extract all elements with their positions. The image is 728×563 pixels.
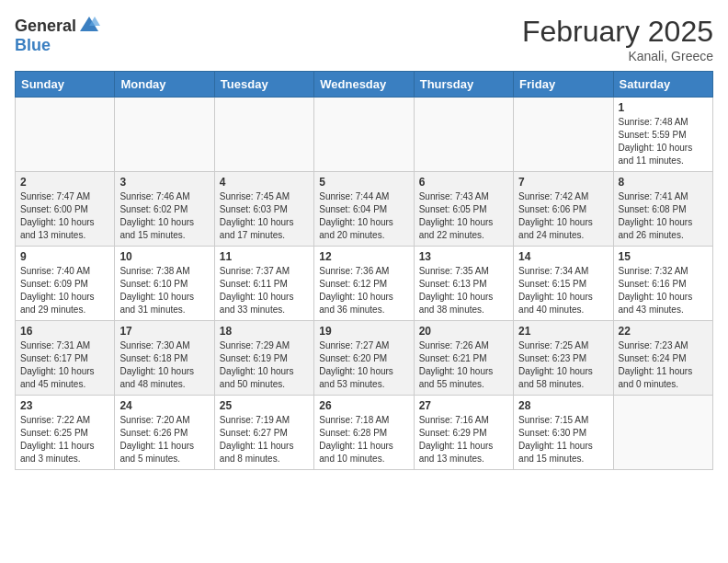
calendar-day-cell: 22Sunrise: 7:23 AM Sunset: 6:24 PM Dayli…: [613, 321, 712, 396]
day-info: Sunrise: 7:46 AM Sunset: 6:02 PM Dayligh…: [119, 190, 209, 242]
logo-blue: Blue: [15, 36, 51, 54]
day-info: Sunrise: 7:20 AM Sunset: 6:26 PM Dayligh…: [119, 414, 209, 465]
calendar-day-cell: 20Sunrise: 7:26 AM Sunset: 6:21 PM Dayli…: [414, 321, 513, 396]
day-number: 8: [619, 176, 708, 189]
calendar-day-cell: 6Sunrise: 7:43 AM Sunset: 6:05 PM Daylig…: [414, 172, 513, 247]
calendar-day-cell: 3Sunrise: 7:46 AM Sunset: 6:02 PM Daylig…: [115, 172, 214, 247]
calendar-week-row: 2Sunrise: 7:47 AM Sunset: 6:00 PM Daylig…: [16, 172, 713, 247]
calendar-day-cell: [115, 98, 214, 172]
day-info: Sunrise: 7:27 AM Sunset: 6:20 PM Dayligh…: [319, 339, 408, 391]
day-number: 15: [619, 250, 708, 263]
day-number: 18: [220, 325, 309, 338]
calendar-week-row: 16Sunrise: 7:31 AM Sunset: 6:17 PM Dayli…: [16, 321, 713, 396]
day-number: 11: [220, 250, 309, 263]
day-number: 19: [319, 325, 408, 338]
day-number: 22: [619, 325, 708, 338]
day-number: 17: [119, 325, 209, 338]
calendar-day-cell: 23Sunrise: 7:22 AM Sunset: 6:25 PM Dayli…: [16, 396, 115, 470]
day-number: 27: [419, 399, 508, 412]
day-info: Sunrise: 7:32 AM Sunset: 6:16 PM Dayligh…: [619, 265, 708, 316]
day-info: Sunrise: 7:23 AM Sunset: 6:24 PM Dayligh…: [619, 339, 708, 391]
day-info: Sunrise: 7:42 AM Sunset: 6:06 PM Dayligh…: [518, 190, 608, 242]
calendar-day-cell: 26Sunrise: 7:18 AM Sunset: 6:28 PM Dayli…: [314, 396, 414, 470]
day-number: 5: [319, 176, 408, 189]
day-info: Sunrise: 7:40 AM Sunset: 6:09 PM Dayligh…: [20, 265, 109, 316]
day-info: Sunrise: 7:45 AM Sunset: 6:03 PM Dayligh…: [220, 190, 309, 242]
day-number: 24: [119, 399, 209, 412]
calendar-day-cell: 7Sunrise: 7:42 AM Sunset: 6:06 PM Daylig…: [514, 172, 613, 247]
calendar-day-cell: [414, 98, 513, 172]
day-number: 21: [518, 325, 608, 338]
calendar-day-cell: 28Sunrise: 7:15 AM Sunset: 6:30 PM Dayli…: [514, 396, 613, 470]
calendar-day-cell: 21Sunrise: 7:25 AM Sunset: 6:23 PM Dayli…: [514, 321, 613, 396]
calendar-day-cell: [613, 396, 712, 470]
day-info: Sunrise: 7:26 AM Sunset: 6:21 PM Dayligh…: [419, 339, 508, 391]
day-info: Sunrise: 7:37 AM Sunset: 6:11 PM Dayligh…: [220, 265, 309, 316]
day-number: 2: [20, 176, 109, 189]
calendar-day-cell: 14Sunrise: 7:34 AM Sunset: 6:15 PM Dayli…: [514, 247, 613, 321]
calendar-week-row: 9Sunrise: 7:40 AM Sunset: 6:09 PM Daylig…: [16, 247, 713, 321]
day-header-sunday: Sunday: [16, 72, 115, 98]
calendar-day-cell: 25Sunrise: 7:19 AM Sunset: 6:27 PM Dayli…: [214, 396, 313, 470]
page-header: General Blue February 2025 Kanali, Greec…: [15, 15, 713, 63]
day-number: 10: [119, 250, 209, 263]
calendar-day-cell: 15Sunrise: 7:32 AM Sunset: 6:16 PM Dayli…: [613, 247, 712, 321]
day-info: Sunrise: 7:30 AM Sunset: 6:18 PM Dayligh…: [119, 339, 209, 391]
day-info: Sunrise: 7:44 AM Sunset: 6:04 PM Dayligh…: [319, 190, 408, 242]
day-number: 25: [220, 399, 309, 412]
calendar-day-cell: 13Sunrise: 7:35 AM Sunset: 6:13 PM Dayli…: [414, 247, 513, 321]
calendar-day-cell: 2Sunrise: 7:47 AM Sunset: 6:00 PM Daylig…: [16, 172, 115, 247]
calendar-day-cell: [16, 98, 115, 172]
calendar-day-cell: 18Sunrise: 7:29 AM Sunset: 6:19 PM Dayli…: [214, 321, 313, 396]
day-number: 4: [220, 176, 309, 189]
day-header-saturday: Saturday: [613, 72, 712, 98]
location-title: Kanali, Greece: [522, 49, 713, 63]
day-info: Sunrise: 7:36 AM Sunset: 6:12 PM Dayligh…: [319, 265, 408, 316]
calendar-day-cell: 10Sunrise: 7:38 AM Sunset: 6:10 PM Dayli…: [115, 247, 214, 321]
day-info: Sunrise: 7:18 AM Sunset: 6:28 PM Dayligh…: [319, 414, 408, 465]
calendar-day-cell: 5Sunrise: 7:44 AM Sunset: 6:04 PM Daylig…: [314, 172, 414, 247]
day-info: Sunrise: 7:19 AM Sunset: 6:27 PM Dayligh…: [220, 414, 309, 465]
day-number: 12: [319, 250, 408, 263]
logo: General Blue: [15, 15, 100, 54]
day-number: 23: [20, 399, 109, 412]
day-info: Sunrise: 7:48 AM Sunset: 5:59 PM Dayligh…: [619, 116, 708, 167]
calendar-day-cell: [214, 98, 313, 172]
day-info: Sunrise: 7:47 AM Sunset: 6:00 PM Dayligh…: [20, 190, 109, 242]
calendar-day-cell: 1Sunrise: 7:48 AM Sunset: 5:59 PM Daylig…: [613, 98, 712, 172]
day-header-thursday: Thursday: [414, 72, 513, 98]
day-info: Sunrise: 7:15 AM Sunset: 6:30 PM Dayligh…: [518, 414, 608, 465]
day-info: Sunrise: 7:25 AM Sunset: 6:23 PM Dayligh…: [518, 339, 608, 391]
day-number: 14: [518, 250, 608, 263]
day-info: Sunrise: 7:31 AM Sunset: 6:17 PM Dayligh…: [20, 339, 109, 391]
calendar-day-cell: 16Sunrise: 7:31 AM Sunset: 6:17 PM Dayli…: [16, 321, 115, 396]
calendar-day-cell: 8Sunrise: 7:41 AM Sunset: 6:08 PM Daylig…: [613, 172, 712, 247]
day-number: 16: [20, 325, 109, 338]
day-number: 1: [619, 101, 708, 114]
month-title: February 2025: [522, 15, 713, 49]
calendar-day-cell: 9Sunrise: 7:40 AM Sunset: 6:09 PM Daylig…: [16, 247, 115, 321]
calendar-day-cell: 19Sunrise: 7:27 AM Sunset: 6:20 PM Dayli…: [314, 321, 414, 396]
day-number: 7: [518, 176, 608, 189]
day-header-wednesday: Wednesday: [314, 72, 414, 98]
day-number: 28: [518, 399, 608, 412]
day-number: 20: [419, 325, 508, 338]
calendar-day-cell: 4Sunrise: 7:45 AM Sunset: 6:03 PM Daylig…: [214, 172, 313, 247]
day-info: Sunrise: 7:41 AM Sunset: 6:08 PM Dayligh…: [619, 190, 708, 242]
day-info: Sunrise: 7:22 AM Sunset: 6:25 PM Dayligh…: [20, 414, 109, 465]
day-header-friday: Friday: [514, 72, 613, 98]
calendar-day-cell: 11Sunrise: 7:37 AM Sunset: 6:11 PM Dayli…: [214, 247, 313, 321]
day-number: 9: [20, 250, 109, 263]
calendar-day-cell: 12Sunrise: 7:36 AM Sunset: 6:12 PM Dayli…: [314, 247, 414, 321]
logo-general: General: [15, 17, 76, 34]
day-number: 26: [319, 399, 408, 412]
day-info: Sunrise: 7:16 AM Sunset: 6:29 PM Dayligh…: [419, 414, 508, 465]
calendar-day-cell: 27Sunrise: 7:16 AM Sunset: 6:29 PM Dayli…: [414, 396, 513, 470]
calendar-day-cell: 24Sunrise: 7:20 AM Sunset: 6:26 PM Dayli…: [115, 396, 214, 470]
calendar-day-cell: [514, 98, 613, 172]
day-info: Sunrise: 7:29 AM Sunset: 6:19 PM Dayligh…: [220, 339, 309, 391]
day-header-tuesday: Tuesday: [214, 72, 313, 98]
logo-icon: [78, 15, 100, 37]
calendar-week-row: 1Sunrise: 7:48 AM Sunset: 5:59 PM Daylig…: [16, 98, 713, 172]
day-info: Sunrise: 7:43 AM Sunset: 6:05 PM Dayligh…: [419, 190, 508, 242]
